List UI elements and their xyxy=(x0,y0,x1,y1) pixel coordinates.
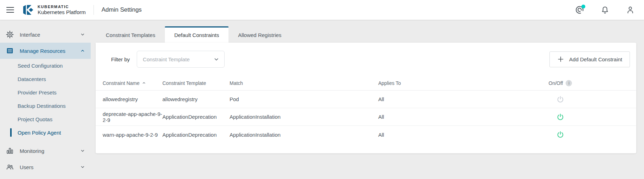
default-constraints-card: Filter by Constraint Template Add Defaul… xyxy=(96,43,636,153)
sidebar-spacer xyxy=(0,139,91,143)
sidebar-item-manage-resources[interactable]: Manage Resources xyxy=(0,43,91,59)
column-label: Applies To xyxy=(378,80,401,86)
sidebar-item-datacenters[interactable]: Datacenters xyxy=(0,72,91,86)
sidebar-item-label: Users xyxy=(20,164,33,170)
brand-name: KUBERMATIC xyxy=(38,5,86,9)
column-label: Constraint Template xyxy=(162,80,206,86)
cell-match: ApplicationInstallation xyxy=(230,114,378,120)
cell-match: Pod xyxy=(230,96,378,102)
sidebar-item-open-policy-agent[interactable]: Open Policy Agent xyxy=(0,126,91,139)
kubermatic-logo-icon xyxy=(22,5,34,15)
sidebar-item-monitoring[interactable]: Monitoring xyxy=(0,143,91,159)
chevron-down-icon xyxy=(213,56,219,62)
bar-chart-icon xyxy=(6,147,14,155)
tab-allowed-registries[interactable]: Allowed Registries xyxy=(228,26,291,43)
sidebar-item-project-quotas[interactable]: Project Quotas xyxy=(0,112,91,126)
sidebar-item-label: Manage Resources xyxy=(20,48,65,54)
page-title: Admin Settings xyxy=(102,6,142,13)
sidebar-subitem-label: Project Quotas xyxy=(18,116,52,122)
chevron-down-icon xyxy=(80,148,85,153)
tab-label: Default Constraints xyxy=(174,32,219,38)
column-label: Match xyxy=(230,80,243,86)
filter-by-label: Filter by xyxy=(111,56,130,62)
add-default-constraint-button[interactable]: Add Default Constraint xyxy=(549,51,630,67)
column-header-on-off: On/Off i xyxy=(517,80,603,86)
sidebar-subitem-label: Seed Configuration xyxy=(18,63,63,69)
gear-icon xyxy=(6,31,14,38)
user-account-icon[interactable] xyxy=(626,5,635,14)
cell-constraint-name: warn-app-apache-9-2-9 xyxy=(103,132,162,138)
column-header-constraint-template: Constraint Template xyxy=(162,80,230,86)
toolbar: Filter by Constraint Template Add Defaul… xyxy=(96,43,636,76)
chevron-down-icon xyxy=(80,32,85,37)
table-header-row: Constraint Name Constraint Template Matc… xyxy=(96,76,636,91)
sidebar-item-label: Interface xyxy=(20,32,40,38)
list-icon xyxy=(6,47,14,55)
sidebar: Interface Manage Resources Seed Configur… xyxy=(0,20,91,179)
power-toggle-icon[interactable] xyxy=(556,113,564,121)
active-indicator xyxy=(10,128,12,137)
topbar: KUBERMATIC Kubernetes Platform Admin Set… xyxy=(0,0,644,20)
cell-applies-to: All xyxy=(378,114,517,120)
cell-constraint-template: allowedregistry xyxy=(162,96,230,102)
notification-badge xyxy=(581,5,585,8)
column-header-applies-to: Applies To xyxy=(378,80,517,86)
cell-applies-to: All xyxy=(378,96,517,102)
column-header-constraint-name[interactable]: Constraint Name xyxy=(103,80,162,86)
tab-constraint-templates[interactable]: Constraint Templates xyxy=(96,26,165,43)
cell-constraint-name: allowedregistry xyxy=(103,96,162,102)
brand-subtitle: Kubernetes Platform xyxy=(38,9,86,15)
column-label: On/Off xyxy=(549,80,563,86)
notifications-bell-icon[interactable] xyxy=(600,5,610,14)
users-icon xyxy=(6,163,14,171)
sort-ascending-icon xyxy=(142,81,146,85)
sidebar-item-interface[interactable]: Interface xyxy=(0,26,91,43)
add-button-label: Add Default Constraint xyxy=(569,56,622,62)
tab-label: Allowed Registries xyxy=(238,32,281,38)
sidebar-subitem-label: Backup Destinations xyxy=(18,103,66,109)
changelog-icon[interactable] xyxy=(575,5,584,14)
tab-bar: Constraint Templates Default Constraints… xyxy=(91,26,644,43)
sidebar-subitem-label: Datacenters xyxy=(18,76,46,82)
column-header-match: Match xyxy=(230,80,378,86)
plus-icon xyxy=(557,56,564,63)
sidebar-item-users[interactable]: Users xyxy=(0,159,91,175)
main-content: Constraint Templates Default Constraints… xyxy=(91,20,644,179)
constraint-template-filter-select[interactable]: Constraint Template xyxy=(137,51,225,68)
cell-match: ApplicationInstallation xyxy=(230,132,378,138)
info-icon[interactable]: i xyxy=(566,80,572,86)
power-toggle-icon[interactable] xyxy=(556,95,564,103)
sidebar-item-backup-destinations[interactable]: Backup Destinations xyxy=(0,99,91,112)
sidebar-subitem-label: Provider Presets xyxy=(18,90,57,95)
table-row[interactable]: warn-app-apache-9-2-9 ApplicationDepreca… xyxy=(96,126,636,143)
column-label: Constraint Name xyxy=(103,80,140,86)
power-toggle-icon[interactable] xyxy=(556,131,564,138)
cell-constraint-template: ApplicationDeprecation xyxy=(162,114,230,120)
topbar-divider xyxy=(94,5,94,15)
sidebar-subitem-label: Open Policy Agent xyxy=(18,130,61,136)
sidebar-item-label: Monitoring xyxy=(20,148,44,154)
sidebar-item-seed-configuration[interactable]: Seed Configuration xyxy=(0,59,91,72)
select-placeholder: Constraint Template xyxy=(143,56,189,62)
menu-icon[interactable] xyxy=(6,5,15,14)
tab-default-constraints[interactable]: Default Constraints xyxy=(165,26,229,43)
chevron-up-icon xyxy=(80,48,85,53)
table-row[interactable]: allowedregistry allowedregistry Pod All xyxy=(96,91,636,108)
tab-label: Constraint Templates xyxy=(106,32,155,38)
chevron-down-icon xyxy=(80,165,85,169)
table-row[interactable]: deprecate-app-apache-9-2-9 ApplicationDe… xyxy=(96,108,636,126)
cell-constraint-name: deprecate-app-apache-9-2-9 xyxy=(103,111,162,123)
cell-applies-to: All xyxy=(378,132,517,138)
sidebar-item-provider-presets[interactable]: Provider Presets xyxy=(0,86,91,99)
cell-constraint-template: ApplicationDeprecation xyxy=(162,132,230,138)
kubermatic-logo[interactable]: KUBERMATIC Kubernetes Platform xyxy=(22,5,86,15)
